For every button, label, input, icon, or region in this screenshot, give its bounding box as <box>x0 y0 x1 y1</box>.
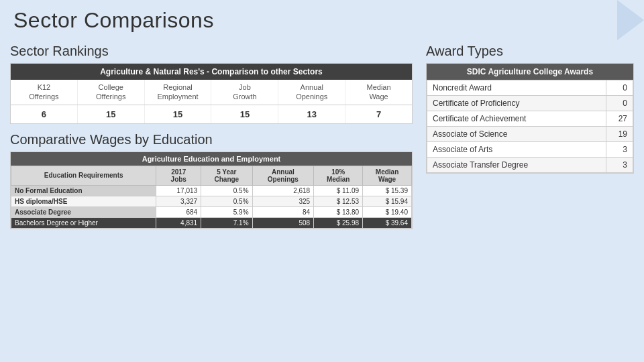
award-value: 0 <box>606 96 633 111</box>
col-college: CollegeOfferings <box>78 80 145 105</box>
th-change: 5 YearChange <box>201 166 252 185</box>
left-column: Sector Rankings Agriculture & Natural Re… <box>10 44 413 355</box>
award-label: Certificate of Achievement <box>427 111 606 127</box>
row-median: $ 11.09 <box>314 185 363 196</box>
top-banner: Sector Comparisons <box>0 0 644 40</box>
award-value: 3 <box>606 158 633 173</box>
award-value: 27 <box>606 111 633 127</box>
award-value: 19 <box>606 127 633 142</box>
rankings-values-row: 6 15 15 15 13 7 <box>11 105 412 123</box>
row-change: 5.9% <box>201 206 252 217</box>
row-median: $ 13.80 <box>314 206 363 217</box>
award-value: 3 <box>606 142 633 158</box>
row-median: $ 12.53 <box>314 196 363 206</box>
row-jobs: 3,327 <box>156 196 201 206</box>
th-median: 10%Median <box>314 166 363 185</box>
val-annual: 13 <box>278 105 345 123</box>
th-openings: AnnualOpenings <box>252 166 314 185</box>
award-label: Noncredit Award <box>427 80 606 96</box>
rankings-table-header: Agriculture & Natural Res's - Comparison… <box>11 64 412 80</box>
val-median: 7 <box>345 105 412 123</box>
col-k12: K12Offerings <box>11 80 78 105</box>
val-k12: 6 <box>11 105 78 123</box>
row-wage: $ 15.39 <box>363 185 412 196</box>
row-jobs: 17,013 <box>156 185 201 196</box>
table-row: Associate Degree 684 5.9% 84 $ 13.80 $ 1… <box>11 206 412 217</box>
award-types-section: Award Types SDIC Agriculture College Awa… <box>426 44 634 174</box>
list-item: Noncredit Award 0 <box>427 80 633 96</box>
wages-data-table: Education Requirements 2017Jobs 5 YearCh… <box>11 166 412 229</box>
wages-section: Comparative Wages by Education Agricultu… <box>10 132 413 355</box>
award-data-table: Noncredit Award 0 Certificate of Profici… <box>427 80 633 173</box>
table-row: HS diploma/HSE 3,327 0.5% 325 $ 12.53 $ … <box>11 196 412 206</box>
award-table: SDIC Agriculture College Awards Noncredi… <box>426 63 634 174</box>
row-openings: 2,618 <box>252 185 314 196</box>
list-item: Associate Transfer Degree 3 <box>427 158 633 173</box>
row-jobs: 684 <box>156 206 201 217</box>
award-types-title: Award Types <box>426 44 634 59</box>
val-college: 15 <box>78 105 145 123</box>
rankings-table: Agriculture & Natural Res's - Comparison… <box>10 63 413 124</box>
list-item: Associate of Science 19 <box>427 127 633 142</box>
wages-table: Agriculture Education and Employment Edu… <box>10 152 413 229</box>
col-regional: RegionalEmployment <box>145 80 212 105</box>
wages-table-header: Agriculture Education and Employment <box>11 152 412 166</box>
row-openings: 84 <box>252 206 314 217</box>
sector-rankings-section: Sector Rankings Agriculture & Natural Re… <box>10 44 413 124</box>
val-regional: 15 <box>145 105 212 123</box>
row-label: No Formal Education <box>11 185 156 196</box>
banner-arrow <box>617 0 644 40</box>
row-wage: $ 39.64 <box>363 217 412 228</box>
table-row: No Formal Education 17,013 0.5% 2,618 $ … <box>11 185 412 196</box>
row-label: Bachelors Degree or Higher <box>11 217 156 228</box>
list-item: Associate of Arts 3 <box>427 142 633 158</box>
th-jobs: 2017Jobs <box>156 166 201 185</box>
row-label: Associate Degree <box>11 206 156 217</box>
row-jobs: 4,831 <box>156 217 201 228</box>
row-wage: $ 19.40 <box>363 206 412 217</box>
col-job-growth: JobGrowth <box>211 80 278 105</box>
content-area: Sector Rankings Agriculture & Natural Re… <box>10 44 634 355</box>
row-change: 0.5% <box>201 185 252 196</box>
wages-col-headers: Education Requirements 2017Jobs 5 YearCh… <box>11 166 412 185</box>
th-wage: MedianWage <box>363 166 412 185</box>
col-median: MedianWage <box>345 80 412 105</box>
award-value: 0 <box>606 80 633 96</box>
row-wage: $ 15.94 <box>363 196 412 206</box>
row-label: HS diploma/HSE <box>11 196 156 206</box>
row-change: 0.5% <box>201 196 252 206</box>
row-openings: 508 <box>252 217 314 228</box>
award-label: Associate Transfer Degree <box>427 158 606 173</box>
val-job-growth: 15 <box>211 105 278 123</box>
award-label: Certificate of Proficiency <box>427 96 606 111</box>
list-item: Certificate of Achievement 27 <box>427 111 633 127</box>
right-column: Award Types SDIC Agriculture College Awa… <box>426 44 634 355</box>
sector-rankings-title: Sector Rankings <box>10 44 413 59</box>
award-table-header: SDIC Agriculture College Awards <box>427 64 633 80</box>
award-label: Associate of Arts <box>427 142 606 158</box>
rankings-col-headers: K12Offerings CollegeOfferings RegionalEm… <box>11 80 412 105</box>
award-label: Associate of Science <box>427 127 606 142</box>
list-item: Certificate of Proficiency 0 <box>427 96 633 111</box>
row-median: $ 25.98 <box>314 217 363 228</box>
row-change: 7.1% <box>201 217 252 228</box>
wages-section-title: Comparative Wages by Education <box>10 132 413 147</box>
row-openings: 325 <box>252 196 314 206</box>
table-row: Bachelors Degree or Higher 4,831 7.1% 50… <box>11 217 412 228</box>
th-education: Education Requirements <box>11 166 156 185</box>
page-title: Sector Comparisons <box>13 8 214 33</box>
col-annual: AnnualOpenings <box>278 80 345 105</box>
